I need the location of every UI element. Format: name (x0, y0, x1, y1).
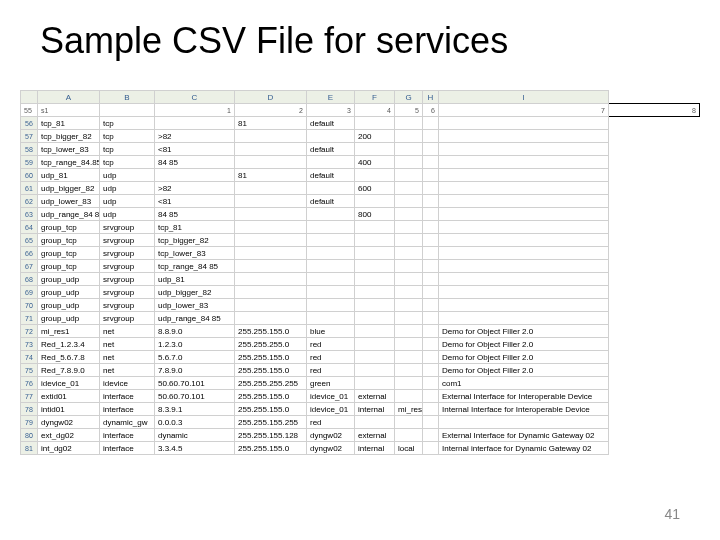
cell[interactable] (423, 429, 439, 442)
cell[interactable] (423, 403, 439, 416)
cell[interactable] (439, 117, 609, 130)
cell[interactable]: int_dg02 (38, 442, 100, 455)
cell[interactable]: srvgroup (100, 299, 155, 312)
cell[interactable]: Demo for Object Filler 2.0 (439, 364, 609, 377)
cell[interactable]: interface (100, 390, 155, 403)
cell[interactable] (423, 377, 439, 390)
cell[interactable]: Demo for Object Filler 2.0 (439, 325, 609, 338)
cell[interactable]: idevice_01 (307, 403, 355, 416)
cell[interactable] (395, 221, 423, 234)
row-header[interactable]: 58 (21, 143, 38, 156)
row-header[interactable]: 62 (21, 195, 38, 208)
cell[interactable]: <81 (155, 143, 235, 156)
cell[interactable]: 255.255.155.0 (235, 351, 307, 364)
cell[interactable] (423, 169, 439, 182)
cell[interactable]: intid01 (38, 403, 100, 416)
cell[interactable]: net (100, 325, 155, 338)
cell[interactable]: blue (307, 325, 355, 338)
cell[interactable]: Demo for Object Filler 2.0 (439, 351, 609, 364)
cell[interactable]: red (307, 351, 355, 364)
cell[interactable]: red (307, 364, 355, 377)
cell[interactable] (235, 286, 307, 299)
cell[interactable] (439, 208, 609, 221)
row-header[interactable]: 71 (21, 312, 38, 325)
row-header[interactable]: 68 (21, 273, 38, 286)
cell[interactable] (423, 182, 439, 195)
cell[interactable]: Internal interface for Dynamic Gateway 0… (439, 442, 609, 455)
cell[interactable]: net (100, 364, 155, 377)
cell[interactable]: group_tcp (38, 234, 100, 247)
col-a[interactable]: A (38, 91, 100, 104)
cell[interactable]: com1 (439, 377, 609, 390)
cell[interactable]: Red_7.8.9.0 (38, 364, 100, 377)
cell[interactable] (439, 260, 609, 273)
col-e[interactable]: E (307, 91, 355, 104)
cell[interactable]: 84 85 (155, 156, 235, 169)
cell[interactable] (423, 117, 439, 130)
cell[interactable]: srvgroup (100, 234, 155, 247)
cell[interactable]: 255.255.155.128 (235, 429, 307, 442)
row-header[interactable]: 63 (21, 208, 38, 221)
cell[interactable]: 5.6.7.0 (155, 351, 235, 364)
cell[interactable]: 255.255.155.0 (235, 390, 307, 403)
cell[interactable]: net (100, 351, 155, 364)
cell[interactable] (355, 143, 395, 156)
cell[interactable]: srvgroup (100, 247, 155, 260)
cell[interactable]: udp_range_84 85 (38, 208, 100, 221)
cell[interactable]: default (307, 117, 355, 130)
cell[interactable] (395, 429, 423, 442)
cell[interactable]: tcp_range_84.85 (38, 156, 100, 169)
cell[interactable]: group_udp (38, 312, 100, 325)
cell[interactable]: dyngw02 (307, 442, 355, 455)
row-header[interactable]: 61 (21, 182, 38, 195)
cell[interactable]: 800 (355, 208, 395, 221)
cell[interactable]: group_tcp (38, 260, 100, 273)
cell[interactable]: udp (100, 182, 155, 195)
cell[interactable]: srvgroup (100, 286, 155, 299)
cell[interactable]: default (307, 143, 355, 156)
cell[interactable]: 255.255.155.0 (235, 364, 307, 377)
cell[interactable]: udp_bigger_82 (155, 286, 235, 299)
cell[interactable]: red (307, 338, 355, 351)
cell[interactable] (423, 195, 439, 208)
cell[interactable] (423, 338, 439, 351)
cell[interactable]: udp_lower_83 (155, 299, 235, 312)
cell[interactable]: 81 (235, 117, 307, 130)
cell[interactable]: mi_res1 (395, 403, 423, 416)
cell[interactable] (307, 260, 355, 273)
cell[interactable] (307, 312, 355, 325)
row-header[interactable]: 55 (21, 104, 38, 117)
cell[interactable] (395, 299, 423, 312)
cell[interactable] (395, 286, 423, 299)
cell[interactable]: 200 (355, 130, 395, 143)
cell[interactable]: 50.60.70.101 (155, 377, 235, 390)
cell[interactable] (355, 260, 395, 273)
cell[interactable]: 5 (395, 104, 423, 117)
cell[interactable] (423, 208, 439, 221)
cell[interactable] (423, 260, 439, 273)
cell[interactable]: interface (100, 442, 155, 455)
cell[interactable] (355, 221, 395, 234)
cell[interactable] (307, 299, 355, 312)
cell[interactable]: s1 (38, 104, 100, 117)
row-header[interactable]: 60 (21, 169, 38, 182)
cell[interactable] (235, 143, 307, 156)
cell[interactable] (395, 312, 423, 325)
cell[interactable] (395, 260, 423, 273)
cell[interactable]: tcp (100, 156, 155, 169)
cell[interactable]: Red_1.2.3.4 (38, 338, 100, 351)
cell[interactable]: dyngw02 (38, 416, 100, 429)
cell[interactable] (235, 312, 307, 325)
cell[interactable]: idevice (100, 377, 155, 390)
cell[interactable]: group_tcp (38, 247, 100, 260)
cell[interactable] (307, 156, 355, 169)
cell[interactable] (235, 299, 307, 312)
cell[interactable]: red (307, 416, 355, 429)
cell[interactable]: 81 (235, 169, 307, 182)
row-header[interactable]: 65 (21, 234, 38, 247)
cell[interactable] (307, 182, 355, 195)
cell[interactable]: extid01 (38, 390, 100, 403)
cell[interactable]: 600 (355, 182, 395, 195)
cell[interactable]: tcp (100, 143, 155, 156)
col-f[interactable]: F (355, 91, 395, 104)
